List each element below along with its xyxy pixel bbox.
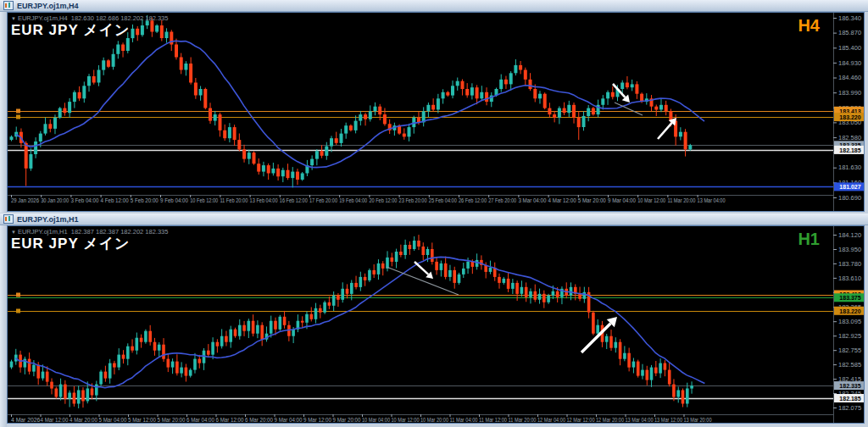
svg-text:183.220: 183.220 <box>839 308 860 314</box>
chart-window-h1: EURJPY.oj1m,H1 ▼EURJPY.oj1m,H1 182.387 1… <box>0 214 868 427</box>
svg-text:184.120: 184.120 <box>838 231 861 239</box>
timeframe-badge-h4: H4 <box>798 16 820 36</box>
svg-text:10 Mar 12:00: 10 Mar 12:00 <box>392 417 420 423</box>
svg-text:4 Mar 12:00: 4 Mar 12:00 <box>41 417 69 423</box>
chart-watermark: EUR JPY メイン <box>11 234 130 253</box>
chart-window-h4: EURJPY.oj1m,H4 ▼EURJPY.oj1m,H4 182.630 1… <box>0 0 868 213</box>
symbol-dropdown-icon[interactable]: ▼ <box>11 16 16 21</box>
svg-text:13 Mar 20:00: 13 Mar 20:00 <box>684 417 712 423</box>
svg-text:182.755: 182.755 <box>838 347 861 354</box>
svg-text:184.930: 184.930 <box>838 59 861 67</box>
svg-text:186.340: 186.340 <box>838 14 861 22</box>
symbol-dropdown-icon[interactable]: ▼ <box>11 230 16 235</box>
svg-text:182.185: 182.185 <box>839 147 860 153</box>
svg-text:9 Mar 04:00: 9 Mar 04:00 <box>608 197 636 203</box>
trendline[interactable] <box>387 267 459 295</box>
svg-text:5 Feb 20:00: 5 Feb 20:00 <box>131 197 159 203</box>
svg-text:23 Feb 20:00: 23 Feb 20:00 <box>399 197 427 203</box>
header-ohlc: 182.630 182.686 182.202 182.335 <box>71 14 169 22</box>
svg-text:3 Feb 04:00: 3 Feb 04:00 <box>70 197 98 203</box>
svg-text:182.075: 182.075 <box>838 404 861 412</box>
svg-text:4 Feb 12:00: 4 Feb 12:00 <box>101 197 129 203</box>
svg-text:12 Mar 04:00: 12 Mar 04:00 <box>537 417 565 423</box>
chart-window-icon <box>3 214 14 224</box>
horizontal-lines <box>8 293 833 399</box>
annotation-arrow[interactable] <box>415 262 433 279</box>
svg-text:11 Mar 04:00: 11 Mar 04:00 <box>450 417 478 423</box>
svg-text:12 Mar 12:00: 12 Mar 12:00 <box>567 417 595 423</box>
chart-window-icon <box>3 1 14 10</box>
chart-body-h1: ▼EURJPY.oj1m,H1 182.387 182.387 182.202 … <box>7 225 865 424</box>
svg-text:183.610: 183.610 <box>838 274 861 282</box>
svg-text:5 Mar 12:00: 5 Mar 12:00 <box>128 417 156 423</box>
svg-text:11 Mar 12:00: 11 Mar 12:00 <box>479 417 507 423</box>
candles-layer <box>10 235 693 408</box>
resistance-line-lower-handle[interactable] <box>16 115 20 119</box>
svg-text:6 Mar 20:00: 6 Mar 20:00 <box>245 417 273 423</box>
svg-text:4 Mar 12:00: 4 Mar 12:00 <box>548 197 576 203</box>
svg-text:13 Mar 04:00: 13 Mar 04:00 <box>626 417 654 423</box>
svg-text:20 Feb 12:00: 20 Feb 12:00 <box>369 197 397 203</box>
svg-text:185.400: 185.400 <box>838 44 861 52</box>
svg-text:184.460: 184.460 <box>838 74 861 81</box>
svg-text:6 Mar 04:00: 6 Mar 04:00 <box>186 417 214 423</box>
chart-body-h4: ▼EURJPY.oj1m,H4 182.630 182.686 182.202 … <box>7 12 865 212</box>
svg-text:10 Feb 12:00: 10 Feb 12:00 <box>190 197 218 203</box>
svg-text:11 Feb 20:00: 11 Feb 20:00 <box>220 197 248 203</box>
svg-text:13 Mar 04:00: 13 Mar 04:00 <box>698 197 726 203</box>
svg-text:13 Mar 12:00: 13 Mar 12:00 <box>654 417 682 423</box>
title-bar[interactable]: EURJPY.oj1m,H4 <box>0 0 868 12</box>
svg-text:26 Feb 12:00: 26 Feb 12:00 <box>459 197 487 203</box>
title-bar[interactable]: EURJPY.oj1m,H1 <box>0 214 868 225</box>
annotation-arrow[interactable] <box>658 118 676 139</box>
svg-text:12 Mar 20:00: 12 Mar 20:00 <box>596 417 624 423</box>
svg-text:30 Jan 20:00: 30 Jan 20:00 <box>41 197 69 203</box>
chart-header[interactable]: ▼EURJPY.oj1m,H1 182.387 182.387 182.202 … <box>11 228 168 236</box>
svg-text:183.220: 183.220 <box>839 114 860 120</box>
svg-text:5 Mar 20:00: 5 Mar 20:00 <box>578 197 606 203</box>
svg-text:3 Mar 04:00: 3 Mar 04:00 <box>518 197 546 203</box>
window-left-edge <box>0 225 7 427</box>
svg-text:6 Mar 12:00: 6 Mar 12:00 <box>216 417 244 423</box>
svg-text:11 Mar 20:00: 11 Mar 20:00 <box>509 417 537 423</box>
window-left-edge <box>0 12 7 213</box>
svg-text:180.690: 180.690 <box>838 194 861 202</box>
svg-text:9 Mar 20:00: 9 Mar 20:00 <box>333 417 361 423</box>
svg-text:182.580: 182.580 <box>838 134 861 141</box>
svg-text:10 Mar 12:00: 10 Mar 12:00 <box>637 197 665 203</box>
svg-text:13 Feb 04:00: 13 Feb 04:00 <box>250 197 278 203</box>
header-symbol: EURJPY.oj1m,H4 <box>18 14 68 22</box>
svg-text:5 Mar 20:00: 5 Mar 20:00 <box>158 417 186 423</box>
svg-text:183.990: 183.990 <box>838 89 861 97</box>
svg-text:182.185: 182.185 <box>839 396 860 402</box>
svg-text:181.630: 181.630 <box>838 164 861 171</box>
svg-text:11 Mar 20:00: 11 Mar 20:00 <box>667 197 695 203</box>
resistance-line-upper-handle[interactable] <box>16 109 20 114</box>
svg-text:4 Mar 20:00: 4 Mar 20:00 <box>70 417 97 423</box>
mt4-workspace: { "app": {"background": "#c6d2e0"}, "cha… <box>0 0 868 427</box>
svg-text:182.925: 182.925 <box>838 332 861 340</box>
svg-text:183.095: 183.095 <box>838 318 861 325</box>
svg-text:17 Feb 20:00: 17 Feb 20:00 <box>309 197 337 203</box>
resistance-line-upper-handle[interactable] <box>16 293 20 297</box>
svg-text:9 Mar 12:00: 9 Mar 12:00 <box>303 417 331 423</box>
svg-text:181.027: 181.027 <box>839 184 860 190</box>
svg-text:4 Mar 2026: 4 Mar 2026 <box>11 417 41 423</box>
resistance-line-lower-handle[interactable] <box>16 309 20 313</box>
header-ohlc: 182.387 182.387 182.202 182.335 <box>71 228 169 236</box>
window-title: EURJPY.oj1m,H4 <box>17 2 79 10</box>
candlestick-chart-h4[interactable]: 186.340185.870185.400184.930184.460183.9… <box>8 13 864 211</box>
svg-text:19 Feb 04:00: 19 Feb 04:00 <box>339 197 367 203</box>
svg-text:9 Feb 04:00: 9 Feb 04:00 <box>160 197 188 203</box>
chart-header[interactable]: ▼EURJPY.oj1m,H4 182.630 182.686 182.202 … <box>11 14 168 22</box>
svg-text:9 Mar 04:00: 9 Mar 04:00 <box>275 417 303 423</box>
svg-text:10 Mar 20:00: 10 Mar 20:00 <box>420 417 448 423</box>
candlestick-chart-h1[interactable]: 184.120183.950183.780183.610183.440183.2… <box>8 226 864 423</box>
svg-text:183.780: 183.780 <box>838 260 861 268</box>
time-axis: 29 Jan 202630 Jan 20:003 Feb 04:004 Feb … <box>11 195 726 203</box>
timeframe-badge-h1: H1 <box>798 230 820 249</box>
time-axis: 4 Mar 20264 Mar 12:004 Mar 20:005 Mar 04… <box>11 414 712 423</box>
svg-text:183.375: 183.375 <box>839 295 860 301</box>
moving-average-line[interactable] <box>16 41 704 167</box>
header-symbol: EURJPY.oj1m,H1 <box>18 228 68 236</box>
